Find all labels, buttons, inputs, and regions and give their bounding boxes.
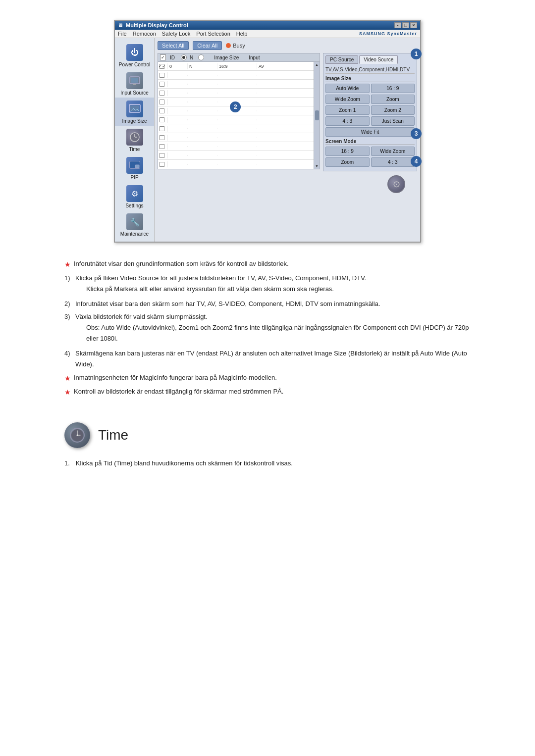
sidebar-label-pip: PIP [130, 175, 138, 180]
note-num-3: 3) [64, 311, 72, 322]
maximize-button[interactable]: □ [402, 22, 409, 28]
screen-mode-section-label: Screen Mode [325, 139, 415, 145]
page: 🖥 Multiple Display Control - □ × File Re… [0, 0, 535, 489]
grid-scrollbar[interactable]: ▲ ▼ [314, 61, 320, 169]
btn-4-3[interactable]: 4 : 3 [325, 116, 370, 126]
sidebar-label-time: Time [129, 147, 140, 152]
monitor-grid-area: ID N Image Size Input [158, 53, 320, 171]
sidebar-item-input-source[interactable]: Input Source [115, 69, 154, 98]
note-num-2: 2) [64, 299, 72, 309]
image-size-icon [126, 101, 143, 117]
btn-wide-fit[interactable]: Wide Fit [325, 127, 415, 137]
numbered-note-2: 2) Inforutnätet visar bara den skärm som… [64, 299, 471, 309]
btn-wide-zoom[interactable]: Wide Zoom [325, 95, 370, 104]
tab-video-source[interactable]: Video Source [359, 55, 398, 64]
btn-zoom-2[interactable]: Zoom 2 [371, 105, 415, 115]
grid-header: ID N Image Size Input [158, 53, 320, 61]
scroll-down-arrow[interactable]: ▼ [315, 164, 319, 168]
minimize-button[interactable]: - [394, 22, 401, 28]
badge-1-wrapper: 1 [411, 49, 422, 59]
scan-button[interactable]: ⊙ [387, 175, 405, 193]
screen-mode-buttons: 16 : 9 Wide Zoom Zoom 4 : 3 [325, 147, 415, 167]
btn-auto-wide[interactable]: Auto Wide [325, 84, 370, 93]
sidebar-item-image-size[interactable]: Image Size [115, 98, 154, 126]
busy-dot [226, 43, 231, 48]
star-note-text-1: Inforutnätet visar den grundinformation … [74, 258, 471, 269]
clear-all-button[interactable]: Clear All [193, 41, 222, 50]
menu-remocon[interactable]: Remocon [133, 31, 156, 37]
image-size-buttons: Auto Wide 16 : 9 Wide Zoom Zoom Zoom 1 Z… [325, 84, 415, 137]
time-section: Time 1. Klicka på Tid (Time) bland huvud… [54, 422, 481, 469]
notes-section: ★ Inforutnätet visar den grundinformatio… [54, 258, 481, 399]
header-radio-1[interactable] [198, 54, 204, 60]
badge-4-wrapper: 4 [411, 156, 422, 167]
badge-2-wrapper: 2 [230, 101, 241, 112]
note-sub-3: Obs: Auto Wide (Autovidvinkel), Zoom1 oc… [86, 322, 471, 344]
star-icon-3: ★ [64, 387, 71, 399]
row-checkbox[interactable]: ✓ [158, 63, 168, 69]
header-radio-0[interactable] [181, 54, 187, 60]
menu-safety-lock[interactable]: Safety Lock [162, 31, 190, 37]
sidebar-label-input: Input Source [120, 90, 149, 96]
star-note-3: ★ Kontroll av bildstorlek är endast till… [64, 386, 471, 399]
time-numbered-note: 1. Klicka på Tid (Time) bland huvudikone… [64, 458, 471, 469]
header-col-id: ID [170, 55, 175, 60]
time-main-icon [64, 422, 90, 448]
table-row [158, 124, 314, 133]
menu-help[interactable]: Help [236, 31, 248, 37]
busy-label: Busy [233, 43, 245, 49]
input-source-icon [126, 72, 143, 89]
header-checkbox[interactable] [160, 54, 166, 60]
sidebar-item-power-control[interactable]: ⏻ Power Control [115, 41, 154, 69]
btn-zoom-1[interactable]: Zoom 1 [325, 105, 370, 115]
menu-bar: File Remocon Safety Lock Port Selection … [115, 30, 420, 38]
power-control-icon: ⏻ [126, 44, 143, 61]
svg-point-15 [77, 435, 78, 436]
sidebar: ⏻ Power Control Input Source Image Size [115, 38, 155, 242]
btn-sm-zoom[interactable]: Zoom [325, 157, 370, 167]
btn-sm-4-3[interactable]: 4 : 3 [371, 157, 415, 167]
menu-port-selection[interactable]: Port Selection [196, 31, 230, 37]
table-row [158, 89, 314, 98]
tab-pc-source[interactable]: PC Source [325, 55, 358, 64]
source-row: TV,AV,S-Video,Component,HDMI,DTV [325, 66, 415, 74]
note-content-4: Skärmlägena kan bara justeras när en TV … [75, 348, 471, 370]
note-content-2: Inforutnätet visar bara den skärm som ha… [75, 299, 471, 309]
star-note-2: ★ Inmatningsenheten för MagicInfo funger… [64, 372, 471, 385]
sidebar-item-time[interactable]: Time [115, 126, 154, 154]
table-row [158, 80, 314, 89]
btn-just-scan[interactable]: Just Scan [371, 116, 415, 126]
toolbar: Select All Clear All Busy [158, 41, 417, 50]
table-row: ✓ 0 N 16:9 AV [158, 62, 314, 71]
btn-sm-16-9[interactable]: 16 : 9 [325, 147, 370, 156]
numbered-note-1: 1) Klicka på fliken Video Source för att… [64, 273, 471, 297]
sidebar-item-maintenance[interactable]: 🔧 Maintenance [115, 210, 154, 239]
star-note-text-3: Kontroll av bildstorlek är endast tillgä… [74, 386, 471, 397]
note-content-1: Klicka på fliken Video Source för att ju… [75, 273, 471, 297]
header-col-imagesize: Image Size [214, 55, 239, 60]
table-row [158, 151, 314, 160]
star-icon-2: ★ [64, 373, 71, 385]
scroll-thumb[interactable] [315, 110, 319, 120]
scroll-up-arrow[interactable]: ▲ [315, 63, 319, 66]
close-button[interactable]: × [410, 22, 417, 28]
svg-rect-1 [131, 78, 138, 83]
table-row [158, 142, 314, 151]
btn-sm-wide-zoom[interactable]: Wide Zoom [371, 147, 415, 156]
select-all-button[interactable]: Select All [158, 41, 189, 50]
btn-16-9[interactable]: 16 : 9 [371, 84, 415, 93]
menu-items: File Remocon Safety Lock Port Selection … [118, 31, 247, 37]
badge-4: 4 [411, 156, 422, 167]
menu-file[interactable]: File [118, 31, 127, 37]
settings-icon: ⚙ [126, 185, 143, 202]
table-row [158, 160, 314, 169]
sidebar-label-image: Image Size [122, 118, 147, 124]
window-title: Multiple Display Control [126, 22, 188, 28]
sidebar-item-pip[interactable]: PIP [115, 154, 154, 182]
svg-rect-10 [135, 165, 139, 168]
badge-3: 3 [411, 128, 422, 139]
grid-body: ✓ 0 N 16:9 AV [158, 61, 314, 169]
sidebar-item-settings[interactable]: ⚙ Settings [115, 182, 154, 210]
table-row [158, 71, 314, 80]
btn-zoom[interactable]: Zoom [371, 95, 415, 104]
